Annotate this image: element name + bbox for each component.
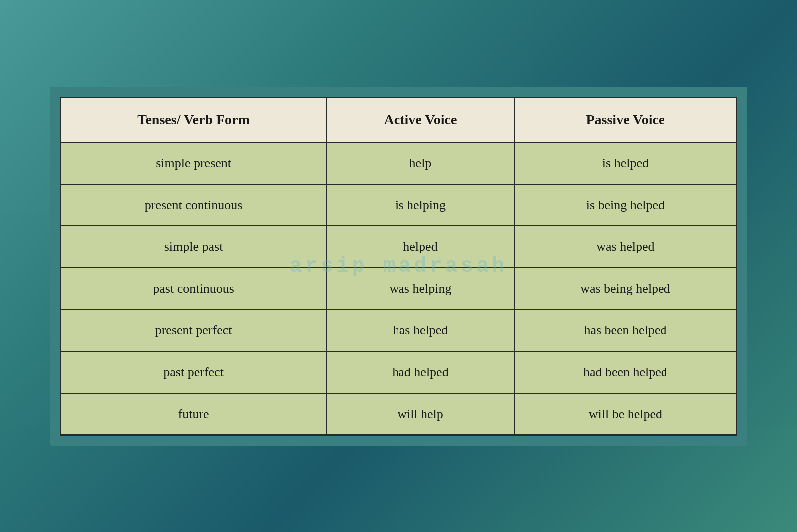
tense-cell: past continuous <box>61 268 327 310</box>
passive-voice-cell: is helped <box>515 142 737 184</box>
table-wrapper: arsip madrasah Tenses/ Verb Form Active … <box>50 87 747 446</box>
header-passive: Passive Voice <box>515 97 737 142</box>
table-row: past continuouswas helpingwas being help… <box>61 268 737 310</box>
passive-voice-cell: had been helped <box>515 351 737 393</box>
tense-cell: future <box>61 393 327 435</box>
active-voice-cell: help <box>326 142 515 184</box>
table-row: past perfecthad helpedhad been helped <box>61 351 737 393</box>
passive-voice-cell: was helped <box>515 226 737 268</box>
active-voice-cell: was helping <box>326 268 515 310</box>
active-voice-cell: helped <box>326 226 515 268</box>
table-row: simple presenthelpis helped <box>61 142 737 184</box>
passive-voice-cell: will be helped <box>515 393 737 435</box>
tense-cell: simple past <box>61 226 327 268</box>
tense-cell: simple present <box>61 142 327 184</box>
header-row: Tenses/ Verb Form Active Voice Passive V… <box>61 97 737 142</box>
active-voice-cell: is helping <box>326 184 515 226</box>
header-tense: Tenses/ Verb Form <box>61 97 327 142</box>
tense-cell: present continuous <box>61 184 327 226</box>
active-voice-cell: had helped <box>326 351 515 393</box>
tense-cell: past perfect <box>61 351 327 393</box>
tense-cell: present perfect <box>61 310 327 351</box>
table-row: present perfecthas helpedhas been helped <box>61 310 737 351</box>
table-row: simple pasthelpedwas helped <box>61 226 737 268</box>
table-row: futurewill helpwill be helped <box>61 393 737 435</box>
passive-voice-cell: was being helped <box>515 268 737 310</box>
active-voice-cell: has helped <box>326 310 515 351</box>
table-row: present continuousis helpingis being hel… <box>61 184 737 226</box>
active-voice-cell: will help <box>326 393 515 435</box>
header-active: Active Voice <box>326 97 515 142</box>
grammar-table: Tenses/ Verb Form Active Voice Passive V… <box>60 97 737 436</box>
passive-voice-cell: is being helped <box>515 184 737 226</box>
passive-voice-cell: has been helped <box>515 310 737 351</box>
table-container: arsip madrasah Tenses/ Verb Form Active … <box>60 97 737 436</box>
